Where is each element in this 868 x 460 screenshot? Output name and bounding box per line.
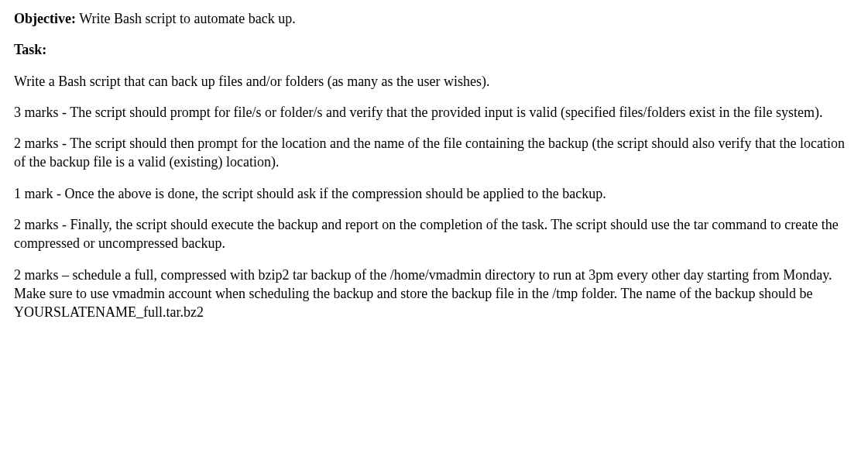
objective-label: Objective: [14,11,76,26]
task-item-2: 1 mark - Once the above is done, the scr… [14,184,854,203]
task-item-1: 2 marks - The script should then prompt … [14,134,854,172]
objective-paragraph: Objective: Write Bash script to automate… [14,9,854,28]
task-item-0: 3 marks - The script should prompt for f… [14,103,854,122]
task-item-4: 2 marks – schedule a full, compressed wi… [14,266,854,322]
task-intro: Write a Bash script that can back up fil… [14,72,854,91]
task-item-3: 2 marks - Finally, the script should exe… [14,215,854,253]
objective-text: Write Bash script to automate back up. [76,11,296,26]
task-label-text: Task: [14,42,46,57]
task-label: Task: [14,40,854,59]
